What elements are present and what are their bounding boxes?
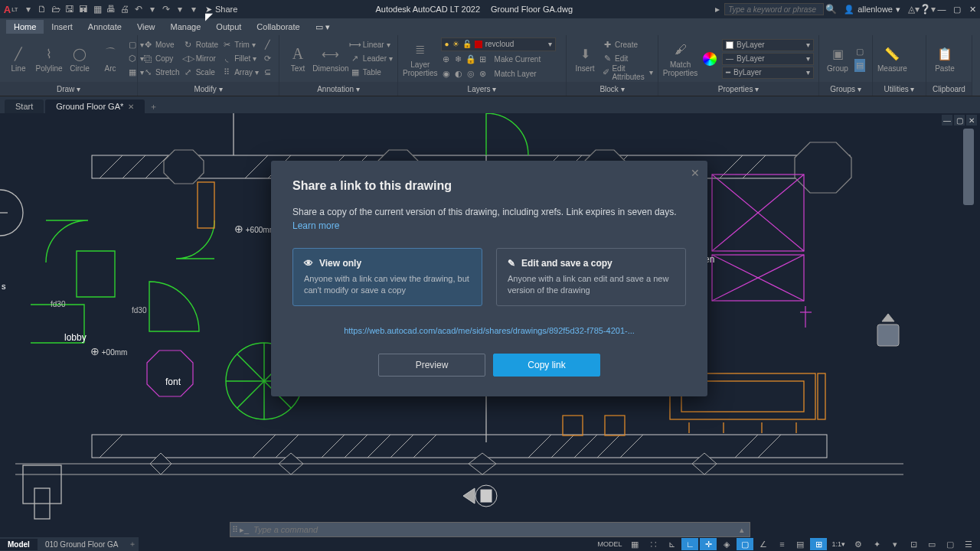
panel-properties-label[interactable]: Properties ▾ xyxy=(658,82,818,96)
modify-move[interactable]: ✥Move xyxy=(142,38,180,51)
groups-group[interactable]: ▣Group xyxy=(824,44,851,73)
menu-manage[interactable]: Manage xyxy=(163,20,209,34)
status-transparency[interactable]: ▤ xyxy=(792,538,808,550)
match-properties[interactable]: 🖌Match Properties xyxy=(663,41,697,77)
qa-open-icon[interactable]: 🗋 xyxy=(35,2,49,16)
vp-max-icon[interactable]: ▢ xyxy=(954,115,965,126)
command-bar[interactable]: ⠿ ▸_ ▴ xyxy=(230,522,750,537)
qa-save-icon[interactable]: 🖫 xyxy=(63,2,77,16)
menu-annotate[interactable]: Annotate xyxy=(80,20,129,34)
layer-properties-button[interactable]: ≣Layer Properties xyxy=(403,41,438,77)
cmd-handle-icon[interactable]: ⠿ xyxy=(230,525,240,535)
help-icon[interactable]: ❔▾ xyxy=(920,2,934,16)
status-infer[interactable]: ⊾ xyxy=(663,538,680,550)
groups-e2[interactable]: ▤ xyxy=(854,59,865,72)
draw-circle[interactable]: ◯Circle xyxy=(66,44,93,73)
status-osnap[interactable]: ▢ xyxy=(737,538,753,550)
status-snap[interactable]: ⸬ xyxy=(645,538,662,550)
menu-collaborate[interactable]: Collaborate xyxy=(249,20,307,34)
modify-mirror[interactable]: ◁▷Mirror xyxy=(183,52,218,65)
add-tab-button[interactable]: ＋ xyxy=(146,99,160,113)
status-otrack[interactable]: ∠ xyxy=(755,538,772,550)
block-insert[interactable]: ⬇Insert xyxy=(571,44,599,73)
modify-array[interactable]: ⠿Array▾ xyxy=(221,66,259,79)
user-menu[interactable]: 👤 allenlowe ▾ xyxy=(844,5,900,15)
option-view-only[interactable]: 👁View only Anyone with a link can view t… xyxy=(292,248,482,306)
layer-selector[interactable]: ● ☀ 🔓 revcloud ▾ xyxy=(441,37,556,51)
command-input[interactable] xyxy=(249,525,737,534)
prop-color[interactable]: ByLayer▾ xyxy=(722,39,814,51)
color-wheel-icon[interactable] xyxy=(703,52,717,66)
tab-start[interactable]: Start xyxy=(5,99,44,113)
status-ws[interactable]: ⊡ xyxy=(905,538,922,550)
cmd-up-icon[interactable]: ▴ xyxy=(737,525,746,535)
status-clean[interactable]: ▢ xyxy=(942,538,959,550)
qa-redo-drop-icon[interactable]: ▾ xyxy=(173,2,187,16)
modify-e1[interactable]: ╱ xyxy=(262,38,273,51)
panel-layers-label[interactable]: Layers ▾ xyxy=(398,82,566,96)
anno-dimension[interactable]: ⟷Dimension xyxy=(315,44,347,73)
share-url[interactable]: https://web.autocad.com/acad/me/sid/shar… xyxy=(292,326,686,335)
status-lwt[interactable]: ≡ xyxy=(773,538,790,550)
panel-utilities-label[interactable]: Utilities ▾ xyxy=(873,82,926,96)
status-a1[interactable]: ▾ xyxy=(887,538,903,550)
menu-featured-apps[interactable]: ▭ ▾ xyxy=(308,20,338,34)
panel-block-label[interactable]: Block ▾ xyxy=(567,82,658,96)
layer-make-current[interactable]: ⊕❄🔒⊞ Make Current xyxy=(441,53,556,66)
vp-min-icon[interactable]: — xyxy=(942,115,952,126)
close-button[interactable]: ✕ xyxy=(965,2,980,17)
qa-undo-icon[interactable]: ↶ xyxy=(132,2,145,16)
add-layout-button[interactable]: ＋ xyxy=(126,539,139,549)
draw-line[interactable]: ╱Line xyxy=(5,44,32,73)
qa-plot-icon[interactable]: ▦ xyxy=(90,2,104,16)
panel-draw-label[interactable]: Draw ▾ xyxy=(0,82,137,96)
qa-plot2-icon[interactable]: 🖶 xyxy=(104,2,118,16)
vp-close-icon[interactable]: ✕ xyxy=(966,115,977,126)
qa-saveas-icon[interactable]: 🖬 xyxy=(77,2,90,16)
menu-view[interactable]: View xyxy=(129,20,163,34)
panel-clipboard-label[interactable]: Clipboard xyxy=(926,82,972,96)
status-model[interactable]: MODEL xyxy=(594,540,625,548)
qa-print-icon[interactable]: 🖨 xyxy=(118,2,132,16)
anno-leader[interactable]: ↗Leader▾ xyxy=(350,52,393,65)
status-anno[interactable]: ✦ xyxy=(868,538,885,550)
draw-arc[interactable]: ⌒Arc xyxy=(96,44,124,73)
block-edit-attr[interactable]: ✐Edit Attributes▾ xyxy=(602,66,653,79)
menu-home[interactable]: Home xyxy=(6,20,44,34)
layout-sheet1[interactable]: 010 Ground Floor GA xyxy=(38,539,126,550)
qa-custom-icon[interactable]: ▾ xyxy=(187,2,201,16)
tab-close-icon[interactable]: ✕ xyxy=(128,103,134,111)
status-polar[interactable]: ✛ xyxy=(700,538,717,550)
modify-rotate[interactable]: ↻Rotate xyxy=(183,38,218,51)
anno-table[interactable]: ▦Table xyxy=(350,66,393,79)
minimize-button[interactable]: — xyxy=(934,2,949,17)
menu-insert[interactable]: Insert xyxy=(44,20,80,34)
option-edit-copy[interactable]: ✎Edit and save a copy Anyone with a link… xyxy=(496,248,686,306)
modify-trim[interactable]: ✂Trim▾ xyxy=(221,38,259,51)
tab-file[interactable]: Ground Floor GA* ✕ xyxy=(45,99,145,113)
modify-e2[interactable]: ⟳ xyxy=(262,52,273,65)
search-input[interactable] xyxy=(724,3,824,15)
modal-learn-more-link[interactable]: Learn more xyxy=(292,220,686,231)
maximize-button[interactable]: ▢ xyxy=(949,2,965,17)
modify-fillet[interactable]: ◟Fillet▾ xyxy=(221,52,259,65)
autodesk-app-icon[interactable]: ◬▾ xyxy=(906,2,920,16)
qa-redo-icon[interactable]: ↷ xyxy=(159,2,173,16)
status-gear[interactable]: ⚙ xyxy=(850,538,867,550)
preview-button[interactable]: Preview xyxy=(378,354,485,377)
modify-stretch[interactable]: ⤡Stretch xyxy=(142,66,180,79)
block-edit[interactable]: ✎Edit xyxy=(602,52,653,65)
share-button[interactable]: ➤ Share xyxy=(205,5,237,15)
modify-copy[interactable]: ⿻Copy xyxy=(142,52,180,65)
anno-text[interactable]: AText xyxy=(284,44,312,73)
groups-e1[interactable]: ▢ xyxy=(854,45,865,58)
modify-scale[interactable]: ⤢Scale xyxy=(183,66,218,79)
status-custom[interactable]: ☰ xyxy=(960,538,977,550)
panel-modify-label[interactable]: Modify ▾ xyxy=(138,82,279,96)
status-ortho[interactable]: ∟ xyxy=(681,538,698,550)
prop-linetype[interactable]: ━ByLayer▾ xyxy=(722,67,814,79)
modal-close-button[interactable]: ✕ xyxy=(691,167,700,179)
status-monitor[interactable]: ▭ xyxy=(923,538,940,550)
status-selection[interactable]: ⊞ xyxy=(810,538,827,550)
qa-folder-icon[interactable]: 🗁 xyxy=(49,2,63,16)
